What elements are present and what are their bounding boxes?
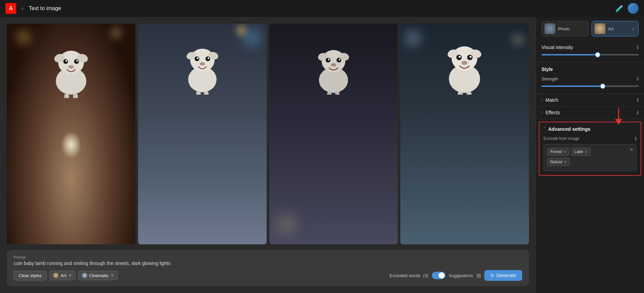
image-4[interactable] (400, 24, 529, 244)
advanced-settings-header: ˅ Advanced settings (543, 126, 637, 132)
style-section: Style Strength ℹ (536, 63, 644, 94)
match-info-icon[interactable]: ℹ (637, 97, 639, 103)
image-3[interactable] (269, 24, 398, 244)
image-2[interactable] (138, 24, 267, 244)
svg-point-16 (205, 56, 210, 61)
svg-marker-45 (615, 119, 622, 125)
strength-thumb[interactable] (600, 83, 605, 89)
excluded-words-label: Excluded words (3) (390, 273, 428, 278)
svg-rect-32 (335, 92, 340, 95)
strength-track[interactable] (541, 86, 639, 87)
svg-point-17 (197, 57, 198, 59)
suggestions-icon[interactable]: ⊞ (476, 272, 481, 279)
tag-forest-close[interactable]: ✕ (563, 150, 566, 154)
tag-forest[interactable]: Forest ✕ (547, 148, 569, 156)
flask-icon[interactable]: 🧪 (615, 4, 624, 13)
adobe-logo: A (5, 3, 16, 14)
advanced-settings-wrapper: ˅ Advanced settings Exclude from image ℹ… (536, 122, 644, 176)
visual-intensity-slider[interactable] (541, 54, 639, 55)
svg-point-30 (331, 63, 336, 67)
art-style-tag[interactable]: Art ✕ (49, 271, 75, 280)
image-1[interactable] (7, 24, 135, 244)
cinematic-style-tag[interactable]: Cinematic ✕ (78, 271, 118, 280)
svg-point-40 (470, 56, 472, 58)
svg-rect-10 (73, 94, 78, 98)
svg-point-4 (63, 59, 68, 64)
visual-intensity-title: Visual intensity (541, 45, 573, 50)
photo-tab-label: Photo (558, 26, 570, 31)
main-content: Prompt cute baby lamb running and smilin… (0, 17, 644, 293)
svg-rect-20 (196, 91, 201, 95)
advanced-settings-section: ˅ Advanced settings Exclude from image ℹ… (539, 122, 641, 176)
svg-point-12 (190, 49, 215, 72)
svg-point-15 (195, 56, 199, 61)
strength-label: Strength (541, 76, 558, 81)
svg-point-29 (339, 59, 340, 60)
style-tabs: Photo Art ✓ (536, 17, 644, 41)
svg-point-27 (337, 58, 341, 63)
tags-row: Forest ✕ Lake ✕ ✕ (547, 148, 633, 156)
visual-intensity-section: Visual intensity ℹ (536, 41, 644, 63)
prompt-label: Prompt (14, 255, 522, 259)
effects-chevron-icon: › (541, 110, 543, 115)
svg-point-5 (74, 59, 79, 64)
advanced-settings-title: Advanced settings (548, 126, 590, 132)
effects-info-icon[interactable]: ℹ (637, 110, 639, 115)
generate-button[interactable]: ↻ Generate (484, 270, 522, 281)
svg-point-19 (200, 62, 205, 66)
advanced-chevron-icon[interactable]: ˅ (543, 127, 546, 131)
svg-rect-31 (327, 92, 332, 95)
svg-point-6 (65, 60, 67, 62)
svg-rect-42 (458, 92, 463, 95)
tag-lake[interactable]: Lake ✕ (571, 148, 591, 156)
strength-header: Strength ℹ (541, 76, 639, 81)
tag-lake-close[interactable]: ✕ (584, 150, 587, 154)
svg-rect-9 (64, 94, 69, 98)
match-section[interactable]: › Match ℹ (536, 94, 644, 106)
header-right: 🧪 (615, 3, 639, 14)
header: A ‹ Text to image 🧪 (0, 0, 644, 17)
visual-intensity-info-icon[interactable]: ℹ (637, 45, 639, 50)
svg-point-7 (76, 60, 78, 62)
prompt-actions: Clear styles Art ✕ Cinematic ✕ Excluded … (14, 270, 522, 281)
back-button[interactable]: ‹ (20, 4, 25, 13)
gallery: Prompt cute baby lamb running and smilin… (0, 17, 536, 293)
tab-photo[interactable]: Photo (541, 21, 589, 36)
images-grid (7, 24, 529, 244)
visual-intensity-header: Visual intensity ℹ (541, 45, 639, 50)
svg-point-41 (462, 61, 468, 65)
match-chevron-icon: › (541, 98, 543, 102)
art-tag-icon (53, 273, 59, 278)
svg-rect-21 (204, 91, 208, 95)
art-thumb (595, 23, 605, 34)
page-title: Text to image (29, 5, 61, 11)
exclude-label: Exclude from image ℹ (543, 136, 637, 141)
cinematic-tag-close[interactable]: ✕ (111, 273, 114, 278)
tags-clear-button[interactable]: ✕ (629, 147, 634, 152)
art-tab-label: Art (608, 26, 614, 31)
tag-nature[interactable]: Nature ✕ (547, 158, 570, 166)
art-tag-close[interactable]: ✕ (68, 273, 72, 278)
avatar[interactable] (628, 3, 639, 14)
tags-container[interactable]: Forest ✕ Lake ✕ ✕ Nature ✕ (543, 144, 637, 171)
match-label: › Match (541, 97, 558, 103)
clear-styles-button[interactable]: Clear styles (14, 271, 47, 280)
right-panel: Photo Art ✓ Visual intensity ℹ Style (536, 17, 644, 293)
effects-label: › Effects (541, 110, 560, 115)
strength-slider[interactable] (541, 86, 639, 87)
tab-art[interactable]: Art ✓ (592, 21, 639, 36)
excluded-words-toggle[interactable] (432, 272, 445, 279)
check-icon: ✓ (631, 26, 636, 31)
visual-intensity-track[interactable] (541, 54, 639, 55)
effects-section[interactable]: › Effects ℹ (536, 106, 644, 119)
tag-nature-close[interactable]: ✕ (564, 160, 567, 164)
svg-point-28 (328, 59, 330, 60)
svg-point-8 (68, 65, 74, 69)
visual-intensity-thumb[interactable] (595, 52, 600, 57)
cinematic-tag-icon (82, 273, 87, 278)
suggestions-label: Suggestions (449, 273, 473, 278)
exclude-info-icon[interactable]: ℹ (635, 136, 637, 141)
generate-icon: ↻ (490, 273, 494, 278)
strength-info-icon[interactable]: ℹ (637, 76, 639, 81)
style-section-title: Style (541, 67, 639, 72)
